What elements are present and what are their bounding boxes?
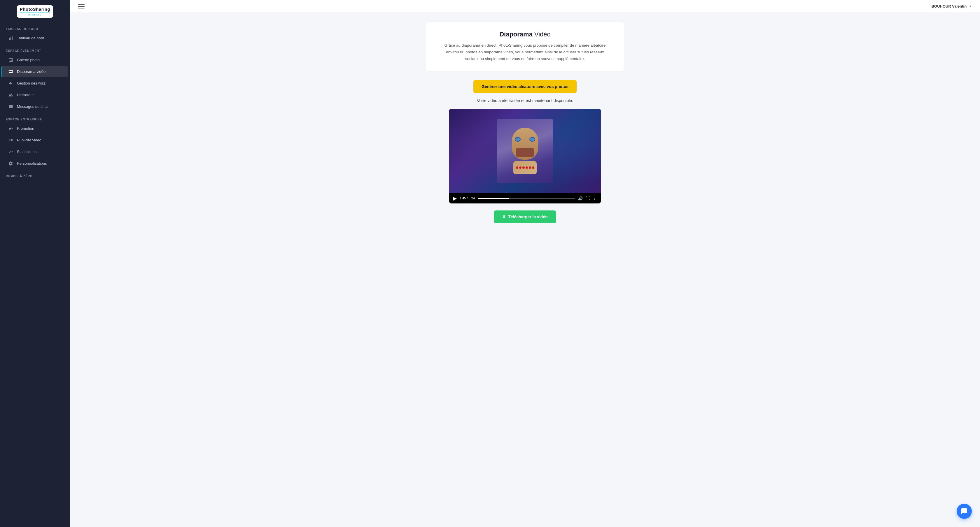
download-icon: ⬇ (502, 214, 506, 219)
stats-icon (8, 149, 13, 154)
sidebar-item-tableau-de-bord[interactable]: Tableau de bord (2, 33, 68, 44)
video-player: ▶ 1:45 / 5:24 🔊 ⛶ ⋮ (449, 109, 601, 203)
gear-icon (8, 161, 13, 166)
card-description: Grâce au diaporama en direct, PhotoShari… (444, 42, 606, 62)
main-area: BOUHOUR Valentin ▼ Diaporama Vidéo Grâce… (70, 0, 980, 527)
sidebar-section-entreprise: ESPACE ENTREPRISE (0, 113, 70, 123)
sidebar-section-remise: REMISE À ZÉRO (0, 169, 70, 179)
more-options-icon[interactable]: ⋮ (593, 196, 597, 200)
sidebar-item-galerie-photo[interactable]: Galerie photo (2, 54, 68, 65)
video-time: 1:45 / 5:24 (460, 197, 475, 200)
topbar: BOUHOUR Valentin ▼ (70, 0, 980, 13)
card-title-bold: Diaporama (500, 30, 533, 38)
progress-bar[interactable] (478, 198, 575, 199)
sidebar-item-messages-du-chat[interactable]: Messages du chat (2, 101, 68, 112)
users-icon (8, 92, 13, 98)
sidebar-item-label: Personnalisations (17, 161, 47, 165)
chevron-down-icon: ▼ (969, 5, 972, 8)
logo-container: PhotoSharing Digital (0, 0, 70, 22)
user-menu[interactable]: BOUHOUR Valentin ▼ (931, 4, 972, 8)
megaphone-icon (8, 126, 13, 131)
chat-icon (8, 104, 13, 109)
sidebar-item-publicite-video[interactable]: Publicité vidéo (2, 135, 68, 146)
video-frame (497, 119, 553, 183)
user-name: BOUHOUR Valentin (931, 4, 967, 8)
sidebar-item-label: Promotion (17, 126, 34, 130)
download-label: Télécharger la vidéo (508, 214, 547, 219)
video-thumbnail (449, 109, 601, 193)
sidebar-item-personnalisations[interactable]: Personnalisations (2, 158, 68, 169)
hamburger-menu[interactable] (78, 4, 84, 8)
content-area: Diaporama Vidéo Grâce au diaporama en di… (70, 13, 980, 527)
chat-bubble-icon (961, 508, 968, 515)
chart-icon (8, 36, 13, 41)
sidebar-item-promotion[interactable]: Promotion (2, 123, 68, 134)
logo-text-main: PhotoSharing (20, 7, 50, 12)
video-icon (8, 138, 13, 143)
sidebar-item-gestion-des-wizz[interactable]: Gestion des wizz (2, 78, 68, 89)
play-button[interactable]: ▶ (453, 195, 457, 201)
sidebar-section-evenement: ESPACE ÉVÉNEMENT (0, 44, 70, 54)
chat-bubble[interactable] (957, 504, 972, 519)
logo-box: PhotoSharing Digital (17, 5, 53, 18)
control-icons: 🔊 ⛶ ⋮ (578, 196, 597, 200)
sidebar-item-label: Tableau de bord (17, 36, 44, 40)
download-button[interactable]: ⬇ Télécharger la vidéo (494, 210, 555, 223)
generate-button[interactable]: Générer une vidéo aléatoire avec vos pho… (473, 80, 577, 93)
sidebar-item-label: Utilisateur (17, 93, 34, 97)
svg-rect-2 (12, 37, 13, 40)
sidebar-item-label: Diaporama vidéo (17, 69, 46, 74)
image-icon (8, 57, 13, 63)
info-card: Diaporama Vidéo Grâce au diaporama en di… (426, 22, 624, 71)
sidebar-item-diaporama-video[interactable]: Diaporama vidéo (2, 66, 68, 77)
lightning-icon (8, 81, 13, 86)
video-status: Votre vidéo a été traitée et est mainten… (477, 98, 573, 103)
sidebar-item-label: Publicité vidéo (17, 138, 41, 142)
sidebar-item-label: Messages du chat (17, 104, 48, 109)
sidebar-item-utilisateur[interactable]: Utilisateur (2, 89, 68, 100)
sidebar: PhotoSharing Digital TABLEAU DE BORD Tab… (0, 0, 70, 527)
logo-text-sub: Digital (20, 13, 50, 16)
sidebar-item-statistiques[interactable]: Statistiques (2, 146, 68, 157)
svg-rect-0 (9, 38, 10, 40)
sidebar-item-label: Gestion des wizz (17, 81, 46, 86)
card-title: Diaporama Vidéo (444, 30, 606, 38)
card-title-regular: Vidéo (533, 30, 550, 38)
video-controls-bar: ▶ 1:45 / 5:24 🔊 ⛶ ⋮ (449, 193, 601, 203)
progress-fill (478, 198, 509, 199)
sidebar-section-tableau: TABLEAU DE BORD (0, 22, 70, 32)
svg-rect-1 (11, 37, 11, 40)
slideshow-icon (8, 69, 13, 74)
fullscreen-icon[interactable]: ⛶ (585, 196, 590, 200)
sidebar-item-label: Statistiques (17, 149, 37, 154)
sidebar-item-label: Galerie photo (17, 58, 40, 62)
volume-icon[interactable]: 🔊 (578, 196, 583, 200)
